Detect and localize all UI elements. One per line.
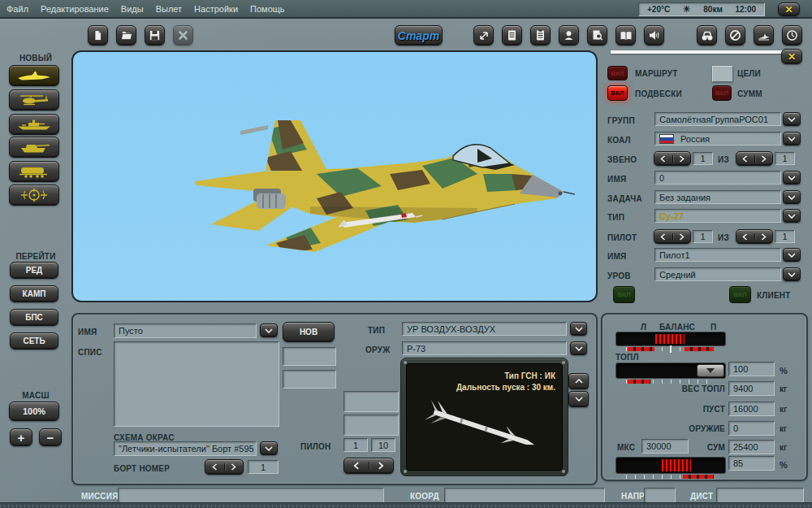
coalition-dropdown-button[interactable] — [783, 132, 801, 145]
balance-slider[interactable] — [615, 332, 726, 346]
pylon-current-field[interactable]: 1 — [343, 438, 368, 452]
menu-views[interactable]: Виды — [121, 4, 144, 14]
open-mission-button[interactable] — [116, 25, 136, 46]
load-slider[interactable] — [615, 457, 726, 474]
goto-editor-button[interactable]: РЕД — [10, 262, 58, 279]
pylon-slot-field-1[interactable] — [343, 391, 399, 412]
delete-button[interactable] — [173, 25, 193, 46]
new-vehicle-button[interactable] — [9, 137, 59, 158]
save-mission-button[interactable] — [145, 25, 165, 46]
group-dropdown-button[interactable] — [783, 112, 801, 126]
flight-total-stepper[interactable] — [736, 151, 773, 166]
type-dropdown-button[interactable] — [783, 209, 801, 223]
goto-network-button[interactable]: СЕТЬ — [10, 332, 58, 350]
fuel-slider[interactable] — [615, 363, 726, 379]
pylon-stepper[interactable] — [343, 458, 394, 474]
weapon-scroll-up-button[interactable] — [568, 373, 589, 389]
fuel-weight-field[interactable]: 9400 — [728, 381, 775, 396]
pilots-button[interactable] — [559, 25, 579, 46]
board-prev-icon[interactable] — [205, 463, 225, 471]
route-toggle[interactable]: ВКЛ — [607, 66, 628, 80]
board-next-icon[interactable] — [225, 463, 244, 471]
onboard-toggle[interactable]: ВКЛ — [613, 286, 635, 303]
pilot-name-dropdown-button[interactable] — [783, 248, 801, 262]
pilot-name-field[interactable]: Пилот1 — [654, 248, 781, 262]
encyclopedia-button[interactable] — [615, 25, 636, 46]
pilot-total-prev-icon[interactable] — [736, 233, 755, 241]
level-field[interactable]: Средний — [654, 267, 781, 281]
menu-flight[interactable]: Вылет — [156, 4, 182, 14]
weapon-field[interactable]: Р-73 — [402, 341, 567, 355]
load-percent-field[interactable]: 85 — [728, 456, 775, 471]
loadout-slot-field-2[interactable] — [283, 370, 336, 389]
paint-scheme-dropdown-button[interactable] — [260, 441, 278, 455]
pylon-next-icon[interactable] — [369, 462, 394, 470]
loadout-list-box[interactable] — [114, 341, 279, 427]
new-ship-button[interactable] — [9, 114, 59, 135]
debriefing-button[interactable] — [530, 25, 551, 46]
coord-field[interactable] — [444, 488, 605, 503]
targets-toggle[interactable] — [712, 66, 733, 82]
menu-settings[interactable]: Настройки — [194, 4, 238, 14]
unit-name-field[interactable]: 0 — [654, 171, 781, 185]
restrictions-button[interactable] — [725, 25, 745, 46]
distance-field[interactable] — [716, 488, 804, 503]
loadout-name-dropdown-button[interactable] — [260, 323, 278, 337]
start-button[interactable]: Старт — [395, 25, 443, 46]
pylons-toggle[interactable]: ВКЛ — [607, 85, 628, 101]
coalition-field[interactable]: Россия — [654, 132, 781, 145]
search-view-button[interactable] — [697, 25, 717, 46]
sound-button[interactable] — [644, 25, 664, 46]
loadout-new-button[interactable]: НОВ — [283, 322, 335, 342]
total-weight-field[interactable]: 25400 — [728, 440, 775, 454]
pilot-number-field[interactable]: 1 — [693, 230, 713, 243]
weapon-dropdown-button[interactable] — [570, 341, 587, 355]
new-target-button[interactable] — [9, 185, 59, 206]
paint-scheme-field[interactable]: "Летчики-испытатели" Борт #595 — [114, 441, 257, 456]
pilot-prev-icon[interactable] — [654, 233, 673, 241]
mission-field[interactable] — [118, 488, 384, 503]
flight-next-icon[interactable] — [673, 155, 691, 163]
flight-total-field[interactable]: 1 — [775, 152, 795, 165]
export-button[interactable] — [473, 25, 494, 46]
briefing-button[interactable] — [502, 25, 522, 46]
flight-stepper[interactable] — [654, 151, 691, 166]
pilot-stepper[interactable] — [654, 229, 691, 244]
pilot-next-icon[interactable] — [673, 233, 691, 241]
unit-name-dropdown-button[interactable] — [783, 171, 801, 185]
weapons-weight-field[interactable]: 0 — [728, 421, 775, 436]
new-airplane-button[interactable] — [9, 65, 59, 86]
pylon-total-field[interactable]: 10 — [371, 438, 395, 452]
max-weight-field[interactable]: 30000 — [641, 439, 689, 454]
task-dropdown-button[interactable] — [783, 190, 801, 204]
weapon-scroll-down-button[interactable] — [568, 391, 589, 407]
menu-file[interactable]: Файл — [6, 4, 28, 14]
summ-toggle[interactable]: ВКЛ — [712, 85, 732, 101]
pilot-total-field[interactable]: 1 — [775, 230, 795, 243]
loadout-name-field[interactable]: Пусто — [114, 323, 257, 338]
weapon-type-dropdown-button[interactable] — [570, 322, 587, 336]
bearing-field[interactable] — [644, 488, 676, 503]
goto-bps-button[interactable]: БПС — [10, 309, 58, 326]
new-helicopter-button[interactable] — [9, 89, 59, 111]
group-field[interactable]: СамолётнаяГруппаРОС01 — [654, 112, 781, 126]
menu-help[interactable]: Помощь — [250, 4, 285, 14]
scale-value-button[interactable]: 100% — [9, 402, 59, 421]
time-button[interactable] — [782, 25, 802, 46]
task-field[interactable]: Без задания — [654, 190, 781, 204]
new-train-button[interactable] — [9, 161, 59, 182]
fuel-slider-handle[interactable] — [697, 364, 724, 377]
model-viewport[interactable] — [71, 50, 598, 302]
panel-close-button[interactable]: ✕ — [781, 49, 802, 64]
flight-number-field[interactable]: 1 — [693, 152, 713, 165]
flight-total-next-icon[interactable] — [755, 155, 773, 163]
records-button[interactable] — [587, 25, 607, 46]
empty-weight-field[interactable]: 16000 — [728, 402, 775, 416]
level-dropdown-button[interactable] — [783, 267, 801, 281]
new-mission-button[interactable] — [88, 25, 108, 46]
pylon-prev-icon[interactable] — [344, 462, 369, 470]
flight-total-prev-icon[interactable] — [736, 155, 755, 163]
menu-edit[interactable]: Редактирование — [41, 4, 109, 14]
app-close-button[interactable]: ✕ — [778, 2, 800, 16]
goto-campaign-button[interactable]: КАМП — [10, 285, 58, 302]
